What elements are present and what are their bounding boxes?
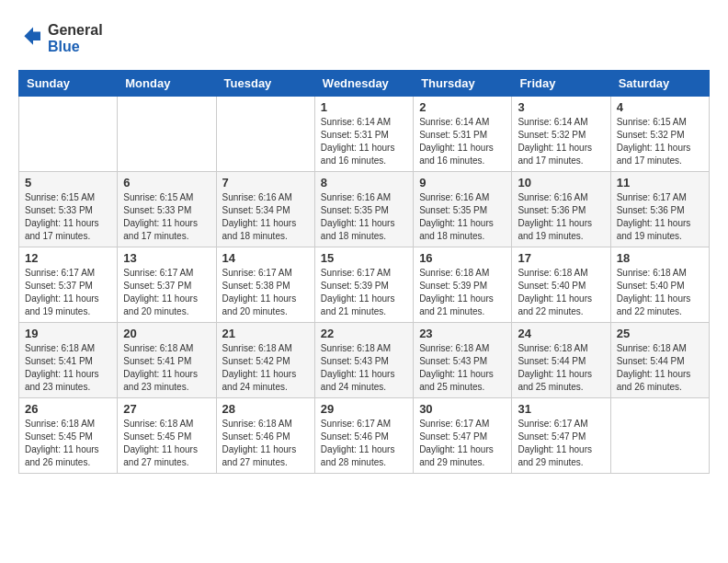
day-number: 27 (123, 402, 210, 416)
day-number: 9 (419, 176, 506, 190)
calendar-cell: 24Sunrise: 6:18 AM Sunset: 5:44 PM Dayli… (512, 323, 610, 398)
day-info: Sunrise: 6:18 AM Sunset: 5:43 PM Dayligh… (321, 342, 407, 394)
calendar-cell: 3Sunrise: 6:14 AM Sunset: 5:32 PM Daylig… (512, 97, 610, 172)
day-number: 7 (222, 176, 309, 190)
day-info: Sunrise: 6:17 AM Sunset: 5:36 PM Dayligh… (617, 191, 703, 243)
day-number: 28 (222, 402, 309, 416)
logo: GeneralBlue (18, 18, 129, 55)
day-number: 15 (321, 251, 407, 265)
day-info: Sunrise: 6:18 AM Sunset: 5:41 PM Dayligh… (25, 342, 111, 394)
day-info: Sunrise: 6:18 AM Sunset: 5:46 PM Dayligh… (222, 418, 309, 469)
day-number: 8 (321, 176, 407, 190)
day-number: 2 (419, 100, 506, 114)
day-number: 12 (25, 251, 111, 265)
day-info: Sunrise: 6:15 AM Sunset: 5:32 PM Dayligh… (617, 116, 703, 167)
day-info: Sunrise: 6:14 AM Sunset: 5:31 PM Dayligh… (419, 116, 506, 167)
svg-marker-0 (24, 28, 40, 45)
day-number: 31 (518, 402, 604, 416)
day-info: Sunrise: 6:17 AM Sunset: 5:46 PM Dayligh… (321, 418, 407, 469)
day-info: Sunrise: 6:14 AM Sunset: 5:32 PM Dayligh… (518, 116, 604, 167)
day-info: Sunrise: 6:18 AM Sunset: 5:39 PM Dayligh… (419, 267, 506, 318)
calendar-cell: 27Sunrise: 6:18 AM Sunset: 5:45 PM Dayli… (118, 398, 216, 474)
calendar-cell: 12Sunrise: 6:17 AM Sunset: 5:37 PM Dayli… (19, 247, 118, 323)
calendar-cell: 19Sunrise: 6:18 AM Sunset: 5:41 PM Dayli… (19, 323, 118, 398)
calendar-cell (216, 97, 314, 172)
day-number: 10 (518, 176, 604, 190)
calendar-week-row: 12Sunrise: 6:17 AM Sunset: 5:37 PM Dayli… (19, 247, 710, 323)
day-info: Sunrise: 6:17 AM Sunset: 5:47 PM Dayligh… (419, 418, 506, 469)
column-header-monday: Monday (118, 71, 216, 97)
day-number: 17 (518, 251, 604, 265)
calendar-week-row: 1Sunrise: 6:14 AM Sunset: 5:31 PM Daylig… (19, 97, 710, 172)
column-header-tuesday: Tuesday (216, 71, 314, 97)
day-number: 30 (419, 402, 506, 416)
day-number: 19 (25, 327, 111, 340)
calendar-cell: 13Sunrise: 6:17 AM Sunset: 5:37 PM Dayli… (118, 247, 216, 323)
calendar-cell: 8Sunrise: 6:16 AM Sunset: 5:35 PM Daylig… (314, 172, 413, 247)
calendar-cell: 29Sunrise: 6:17 AM Sunset: 5:46 PM Dayli… (314, 398, 413, 474)
day-info: Sunrise: 6:18 AM Sunset: 5:42 PM Dayligh… (222, 342, 309, 394)
day-number: 14 (222, 251, 309, 265)
calendar-cell: 22Sunrise: 6:18 AM Sunset: 5:43 PM Dayli… (314, 323, 413, 398)
column-header-saturday: Saturday (610, 71, 709, 97)
day-number: 16 (419, 251, 506, 265)
calendar-cell: 21Sunrise: 6:18 AM Sunset: 5:42 PM Dayli… (216, 323, 314, 398)
calendar-cell: 14Sunrise: 6:17 AM Sunset: 5:38 PM Dayli… (216, 247, 314, 323)
day-number: 5 (25, 176, 111, 190)
calendar-cell (118, 97, 216, 172)
day-info: Sunrise: 6:18 AM Sunset: 5:43 PM Dayligh… (419, 342, 506, 394)
day-number: 29 (321, 402, 407, 416)
day-info: Sunrise: 6:18 AM Sunset: 5:41 PM Dayligh… (123, 342, 210, 394)
calendar-cell: 17Sunrise: 6:18 AM Sunset: 5:40 PM Dayli… (512, 247, 610, 323)
day-number: 6 (123, 176, 210, 190)
day-number: 25 (617, 327, 703, 340)
calendar-cell: 10Sunrise: 6:16 AM Sunset: 5:36 PM Dayli… (512, 172, 610, 247)
day-info: Sunrise: 6:17 AM Sunset: 5:38 PM Dayligh… (222, 267, 309, 318)
day-number: 22 (321, 327, 407, 340)
day-info: Sunrise: 6:17 AM Sunset: 5:47 PM Dayligh… (518, 418, 604, 469)
calendar-week-row: 26Sunrise: 6:18 AM Sunset: 5:45 PM Dayli… (19, 398, 710, 474)
calendar-cell: 20Sunrise: 6:18 AM Sunset: 5:41 PM Dayli… (118, 323, 216, 398)
day-info: Sunrise: 6:18 AM Sunset: 5:44 PM Dayligh… (518, 342, 604, 394)
day-number: 23 (419, 327, 506, 340)
calendar-cell: 2Sunrise: 6:14 AM Sunset: 5:31 PM Daylig… (414, 97, 512, 172)
column-header-wednesday: Wednesday (314, 71, 413, 97)
calendar-cell: 31Sunrise: 6:17 AM Sunset: 5:47 PM Dayli… (512, 398, 610, 474)
day-number: 21 (222, 327, 309, 340)
day-number: 1 (321, 100, 407, 114)
day-number: 26 (25, 402, 111, 416)
day-number: 20 (123, 327, 210, 340)
svg-text:General: General (48, 22, 103, 38)
day-number: 3 (518, 100, 604, 114)
day-info: Sunrise: 6:18 AM Sunset: 5:45 PM Dayligh… (25, 418, 111, 469)
calendar-cell (19, 97, 118, 172)
day-info: Sunrise: 6:18 AM Sunset: 5:45 PM Dayligh… (123, 418, 210, 469)
calendar-cell: 26Sunrise: 6:18 AM Sunset: 5:45 PM Dayli… (19, 398, 118, 474)
column-header-sunday: Sunday (19, 71, 118, 97)
calendar-cell: 30Sunrise: 6:17 AM Sunset: 5:47 PM Dayli… (414, 398, 512, 474)
calendar-cell: 1Sunrise: 6:14 AM Sunset: 5:31 PM Daylig… (314, 97, 413, 172)
calendar-week-row: 19Sunrise: 6:18 AM Sunset: 5:41 PM Dayli… (19, 323, 710, 398)
day-info: Sunrise: 6:16 AM Sunset: 5:35 PM Dayligh… (321, 191, 407, 243)
column-header-thursday: Thursday (414, 71, 512, 97)
calendar-cell (610, 398, 709, 474)
day-number: 18 (617, 251, 703, 265)
calendar-cell: 25Sunrise: 6:18 AM Sunset: 5:44 PM Dayli… (610, 323, 709, 398)
column-header-friday: Friday (512, 71, 610, 97)
day-info: Sunrise: 6:17 AM Sunset: 5:37 PM Dayligh… (123, 267, 210, 318)
day-info: Sunrise: 6:16 AM Sunset: 5:34 PM Dayligh… (222, 191, 309, 243)
svg-text:Blue: Blue (48, 39, 80, 54)
day-info: Sunrise: 6:15 AM Sunset: 5:33 PM Dayligh… (25, 191, 111, 243)
day-info: Sunrise: 6:16 AM Sunset: 5:35 PM Dayligh… (419, 191, 506, 243)
day-info: Sunrise: 6:17 AM Sunset: 5:39 PM Dayligh… (321, 267, 407, 318)
day-info: Sunrise: 6:15 AM Sunset: 5:33 PM Dayligh… (123, 191, 210, 243)
calendar-cell: 18Sunrise: 6:18 AM Sunset: 5:40 PM Dayli… (610, 247, 709, 323)
day-info: Sunrise: 6:18 AM Sunset: 5:40 PM Dayligh… (617, 267, 703, 318)
page-header: GeneralBlue (18, 18, 710, 55)
calendar-cell: 7Sunrise: 6:16 AM Sunset: 5:34 PM Daylig… (216, 172, 314, 247)
calendar-cell: 5Sunrise: 6:15 AM Sunset: 5:33 PM Daylig… (19, 172, 118, 247)
calendar-cell: 15Sunrise: 6:17 AM Sunset: 5:39 PM Dayli… (314, 247, 413, 323)
calendar-cell: 11Sunrise: 6:17 AM Sunset: 5:36 PM Dayli… (610, 172, 709, 247)
day-info: Sunrise: 6:18 AM Sunset: 5:40 PM Dayligh… (518, 267, 604, 318)
calendar-cell: 6Sunrise: 6:15 AM Sunset: 5:33 PM Daylig… (118, 172, 216, 247)
